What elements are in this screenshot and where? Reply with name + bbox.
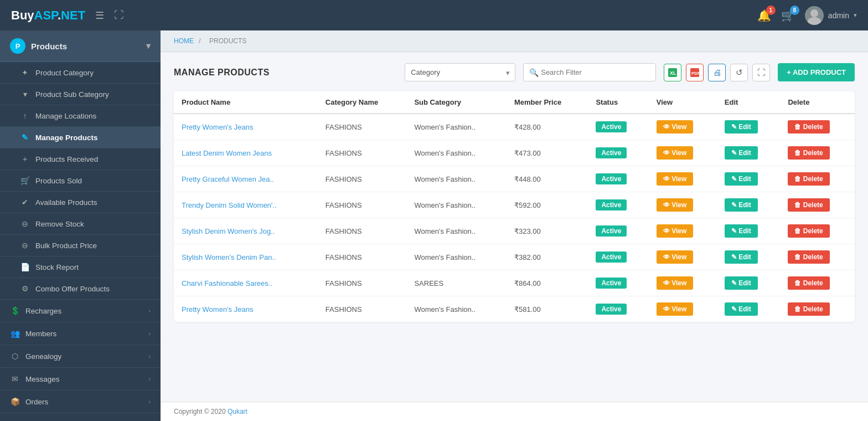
sidebar-item-product-sub-category[interactable]: ▾ Product Sub Category — [0, 84, 161, 105]
recharges-chevron-icon: › — [148, 307, 151, 314]
sidebar-item-genealogy[interactable]: ⬡ Genealogy › — [0, 345, 161, 368]
view-button[interactable]: 👁 View — [657, 250, 693, 264]
expand-icon[interactable]: ⛶ — [114, 9, 124, 21]
sidebar-item-label: Stock Report — [35, 263, 79, 271]
notifications-badge: 1 — [766, 6, 776, 15]
search-input[interactable] — [539, 64, 650, 81]
svg-text:PDF: PDF — [691, 71, 699, 76]
export-excel-button[interactable]: XL — [664, 64, 681, 81]
edit-button[interactable]: ✎ Edit — [725, 146, 758, 160]
products-sold-icon: 🛒 — [20, 176, 30, 185]
col-delete: Delete — [780, 91, 855, 114]
refresh-button[interactable]: ↺ — [730, 64, 748, 81]
sidebar-item-combo-offer-products[interactable]: ⚙ Combo Offer Products — [0, 278, 161, 300]
sidebar-item-products-sold[interactable]: 🛒 Products Sold — [0, 170, 161, 192]
footer-brand-link[interactable]: Qukart — [228, 408, 247, 415]
edit-button[interactable]: ✎ Edit — [725, 198, 758, 212]
delete-button[interactable]: 🗑 Delete — [788, 120, 829, 134]
sidebar-item-remove-stock[interactable]: ⊖ Remove Stock — [0, 213, 161, 235]
sidebar-item-label: Orders — [25, 398, 48, 406]
view-button[interactable]: 👁 View — [657, 302, 693, 316]
cell-member-price: ₹581.00 — [507, 296, 588, 322]
view-button[interactable]: 👁 View — [657, 198, 693, 212]
export-pdf-button[interactable]: PDF — [686, 64, 704, 81]
edit-button[interactable]: ✎ Edit — [725, 120, 758, 134]
sidebar-item-product-category[interactable]: ✦ Product Category — [0, 62, 161, 84]
view-button[interactable]: 👁 View — [657, 276, 693, 290]
view-button[interactable]: 👁 View — [657, 120, 693, 134]
add-product-button[interactable]: + ADD PRODUCT — [778, 63, 855, 81]
sidebar-item-orders[interactable]: 📦 Orders › — [0, 391, 161, 413]
delete-button[interactable]: 🗑 Delete — [788, 250, 829, 264]
cell-sub-category: Women's Fashion.. — [406, 296, 506, 322]
admin-menu[interactable]: admin ▾ — [805, 6, 857, 25]
view-button[interactable]: 👁 View — [657, 224, 693, 238]
svg-point-0 — [810, 9, 818, 17]
hamburger-icon[interactable]: ☰ — [95, 9, 104, 22]
sidebar-item-products-received[interactable]: + Products Received — [0, 148, 161, 170]
delete-button[interactable]: 🗑 Delete — [788, 198, 829, 212]
product-name-link[interactable]: Trendy Denim Solid Women'.. — [182, 201, 277, 209]
sidebar-item-bulk-product-price[interactable]: ⊖ Bulk Product Price — [0, 235, 161, 256]
view-button[interactable]: 👁 View — [657, 146, 693, 160]
bulk-product-price-icon: ⊖ — [20, 241, 30, 250]
cell-category-name: FASHIONS — [318, 270, 407, 296]
genealogy-chevron-icon: › — [148, 353, 151, 360]
edit-button[interactable]: ✎ Edit — [725, 302, 758, 316]
category-select-wrap: Category — [405, 63, 515, 81]
manage-products-icon: ✎ — [20, 133, 30, 142]
product-name-link[interactable]: Stylish Denim Women's Jog.. — [182, 227, 275, 235]
product-name-link[interactable]: Pretty Graceful Women Jea.. — [182, 175, 274, 183]
notifications-button[interactable]: 🔔 1 — [757, 9, 771, 22]
edit-button[interactable]: ✎ Edit — [725, 224, 758, 238]
cell-status: Active — [588, 166, 648, 192]
delete-button[interactable]: 🗑 Delete — [788, 302, 829, 316]
sidebar-item-members[interactable]: 👥 Members › — [0, 322, 161, 345]
status-badge: Active — [596, 199, 627, 210]
edit-button[interactable]: ✎ Edit — [725, 250, 758, 264]
product-name-link[interactable]: Charvi Fashionable Sarees.. — [182, 279, 272, 287]
cell-member-price: ₹592.00 — [507, 192, 588, 218]
view-button[interactable]: 👁 View — [657, 172, 693, 186]
cell-member-price: ₹448.00 — [507, 166, 588, 192]
sidebar-item-recharges[interactable]: 💲 Recharges › — [0, 300, 161, 322]
cell-member-price: ₹382.00 — [507, 244, 588, 270]
edit-button[interactable]: ✎ Edit — [725, 276, 758, 290]
edit-button[interactable]: ✎ Edit — [725, 172, 758, 186]
fullscreen-button[interactable]: ⛶ — [752, 64, 770, 81]
product-name-link[interactable]: Pretty Women's Jeans — [182, 123, 253, 131]
sidebar-item-manage-locations[interactable]: ↑ Manage Locations — [0, 105, 161, 127]
table-row: Stylish Women's Denim Pan.. FASHIONS Wom… — [174, 244, 855, 270]
manage-locations-icon: ↑ — [20, 111, 30, 120]
cell-product-name: Stylish Denim Women's Jog.. — [174, 218, 318, 244]
delete-button[interactable]: 🗑 Delete — [788, 224, 829, 238]
sidebar-item-stock-report[interactable]: 📄 Stock Report — [0, 256, 161, 278]
sidebar-item-messages[interactable]: ✉ Messages › — [0, 368, 161, 391]
available-products-icon: ✔ — [20, 198, 30, 207]
orders-icon: 📦 — [10, 397, 20, 406]
admin-label: admin — [828, 11, 849, 20]
cell-member-price: ₹428.00 — [507, 114, 588, 140]
product-name-link[interactable]: Pretty Women's Jeans — [182, 305, 253, 314]
cell-product-name: Stylish Women's Denim Pan.. — [174, 244, 318, 270]
category-select[interactable]: Category — [405, 63, 515, 81]
sidebar-item-manage-products[interactable]: ✎ Manage Products — [0, 127, 161, 148]
delete-button[interactable]: 🗑 Delete — [788, 146, 829, 160]
cart-button[interactable]: 🛒 8 — [781, 9, 795, 22]
sidebar-item-label: Combo Offer Products — [35, 285, 110, 293]
sidebar-item-label: Manage Locations — [35, 112, 96, 120]
breadcrumb: HOME / PRODUCTS — [161, 30, 868, 52]
footer-copyright: Copyright © 2020 — [174, 408, 228, 415]
print-button[interactable]: 🖨 — [708, 64, 726, 81]
product-name-link[interactable]: Stylish Women's Denim Pan.. — [182, 253, 276, 261]
delete-button[interactable]: 🗑 Delete — [788, 276, 829, 290]
sidebar-item-label: Genealogy — [25, 352, 61, 361]
product-name-link[interactable]: Latest Denim Women Jeans — [182, 149, 272, 157]
cell-delete: 🗑 Delete — [780, 244, 855, 270]
breadcrumb-home[interactable]: HOME — [174, 37, 194, 45]
sidebar-products-header[interactable]: P Products ▾ — [0, 30, 161, 62]
cell-product-name: Latest Denim Women Jeans — [174, 140, 318, 166]
sidebar-item-available-products[interactable]: ✔ Available Products — [0, 192, 161, 213]
delete-button[interactable]: 🗑 Delete — [788, 172, 829, 186]
cell-status: Active — [588, 244, 648, 270]
